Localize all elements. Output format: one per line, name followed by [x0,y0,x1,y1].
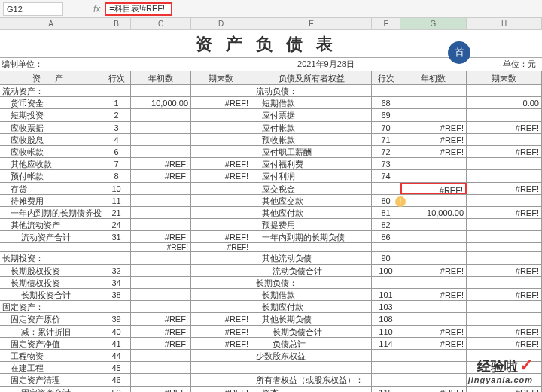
cell[interactable]: 长期负债： [251,277,372,288]
cell[interactable]: #REF! [191,170,251,181]
cell[interactable] [467,219,542,230]
cell[interactable]: 70 [372,122,400,133]
cell[interactable] [131,109,191,120]
cell[interactable]: 10 [102,183,131,194]
cell[interactable] [131,195,191,206]
cell[interactable] [131,219,191,230]
cell[interactable]: 90 [372,252,400,263]
cell[interactable]: 一年内到期的长期债券投资 [0,207,102,218]
cell[interactable] [131,277,191,288]
cell[interactable]: 100 [372,265,400,276]
cell[interactable] [191,134,251,145]
cell[interactable]: 固定资产合计 [0,387,102,393]
cell[interactable]: 86 [372,231,400,242]
cell[interactable] [191,265,251,276]
cell[interactable]: 115 [372,387,400,393]
cell[interactable] [372,362,400,373]
cell[interactable] [372,374,400,385]
cell[interactable] [131,207,191,218]
cell[interactable]: #REF! [131,243,191,251]
cell[interactable]: #REF! [131,326,191,337]
cell[interactable]: 长期股权投资 [0,265,102,276]
cell[interactable]: 82 [372,219,400,230]
cell[interactable]: #REF! [467,183,542,194]
cell[interactable]: #REF! [131,158,191,169]
cell[interactable] [400,362,467,373]
cell[interactable]: #REF! [191,231,251,242]
cell[interactable] [131,146,191,157]
cell[interactable]: 10,000.00 [131,97,191,108]
cell[interactable]: 固定资产清理 [0,374,102,385]
col-C[interactable]: C [131,18,191,29]
cell[interactable] [191,252,251,263]
cell[interactable] [400,313,467,324]
cell[interactable] [131,134,191,145]
cell[interactable]: #REF! [467,326,542,337]
cell[interactable] [372,183,400,194]
cell[interactable]: 应付票据 [251,109,372,120]
cell[interactable]: 所有者权益（或股东权益）： [251,374,372,385]
cell[interactable]: 11 [102,195,131,206]
cell[interactable] [400,252,467,263]
cell[interactable] [102,301,131,312]
col-B[interactable]: B [102,18,131,29]
cell[interactable]: #REF! [400,265,467,276]
cell[interactable] [400,158,467,169]
cell[interactable]: #REF! [467,265,542,276]
cell[interactable] [131,374,191,385]
cell[interactable]: #REF! [191,326,251,337]
cell[interactable]: 应收股息 [0,134,102,145]
cell[interactable]: 其他应付款 [251,207,372,218]
cell[interactable]: #REF! [400,134,467,145]
cell[interactable]: 工程物资 [0,350,102,361]
cell[interactable] [400,85,467,96]
cell[interactable]: #REF! [191,313,251,324]
cell[interactable] [131,301,191,312]
cell[interactable] [191,122,251,133]
cell[interactable] [467,231,542,242]
cell[interactable] [191,219,251,230]
cell[interactable] [400,97,467,108]
cell[interactable] [467,170,542,181]
cell[interactable]: 4 [102,134,131,145]
cell[interactable]: 长期应付款 [251,301,372,312]
cell[interactable]: 38 [102,289,131,300]
cell[interactable]: 负债总计 [251,338,372,349]
cell[interactable] [400,109,467,120]
cell[interactable]: 108 [372,313,400,324]
cell[interactable]: 应收票据 [0,122,102,133]
cell[interactable]: 45 [102,362,131,373]
cell[interactable]: 流动负债合计 [251,265,372,276]
cell[interactable]: 81 [372,207,400,218]
cell[interactable] [467,277,542,288]
cell[interactable]: 73 [372,158,400,169]
cell[interactable]: 24 [102,219,131,230]
cell[interactable] [251,362,372,373]
cell[interactable]: 存货 [0,183,102,194]
cell[interactable]: #REF! [400,146,467,157]
cell[interactable]: #REF! [467,289,542,300]
cell[interactable]: 103 [372,301,400,312]
cell[interactable]: 固定资产： [0,301,102,312]
cell[interactable]: #REF! [467,387,542,393]
cell[interactable]: #REF! [131,313,191,324]
cell[interactable]: 7 [102,158,131,169]
cell[interactable] [131,122,191,133]
cell[interactable]: 预付帐款 [0,170,102,181]
cell[interactable]: 8 [102,170,131,181]
cell[interactable]: 39 [102,313,131,324]
cell[interactable] [372,350,400,361]
cell[interactable]: 固定资产净值 [0,338,102,349]
badge-icon[interactable]: 首 [448,41,470,64]
cell[interactable]: 短期投资 [0,109,102,120]
cell[interactable] [191,362,251,373]
cell[interactable] [467,252,542,263]
cell[interactable] [467,195,542,206]
cell[interactable]: 长期借款 [251,289,372,300]
cell[interactable] [400,350,467,361]
cell[interactable] [400,170,467,181]
cell[interactable]: 其他应收款 [0,158,102,169]
cell[interactable]: #REF! [400,326,467,337]
cell[interactable]: 72 [372,146,400,157]
cell[interactable]: 应付帐款 [251,122,372,133]
